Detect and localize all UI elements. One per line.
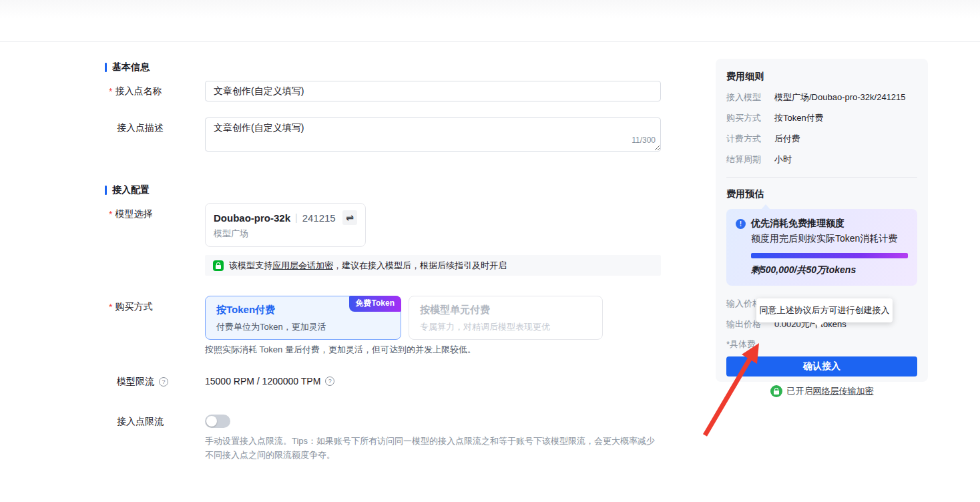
endpoint-rate-limit-label: 接入点限流: [117, 416, 164, 428]
model-rate-limit-value: 15000 RPM / 1200000 TPM ?: [205, 376, 334, 387]
required-asterisk: *: [109, 302, 112, 312]
detail-row: 结算周期 小时: [726, 154, 917, 166]
help-icon[interactable]: ?: [325, 376, 334, 386]
model-version: 241215: [302, 212, 336, 224]
detail-row: 购买方式 按Token付费: [726, 112, 917, 124]
option-title: 按模型单元付费: [420, 304, 591, 316]
endpoint-name-input[interactable]: [205, 81, 661, 101]
create-endpoint-page: 基本信息 * 接入点名称 接入点描述 文章创作(自定义填写) 11/300 接入…: [0, 0, 980, 502]
swap-model-button[interactable]: ⇌: [342, 210, 357, 225]
required-asterisk: *: [109, 209, 112, 220]
confirm-access-button[interactable]: 确认接入: [726, 356, 917, 376]
purchase-option-pay-per-token[interactable]: 免费Token 按Token付费 付费单位为Token，更加灵活: [205, 296, 401, 340]
session-encryption-link[interactable]: 应用层会话加密: [272, 260, 333, 270]
divider: [726, 177, 917, 178]
section-accent-bar: [105, 63, 107, 72]
option-desc: 付费单位为Token，更加灵活: [216, 321, 390, 333]
required-asterisk: *: [109, 86, 112, 97]
toggle-knob: [206, 416, 217, 427]
network-encryption-status: 已开启网络层传输加密: [726, 385, 917, 397]
detail-row: 接入模型 模型广场/Doubao-pro-32k/241215: [726, 91, 917, 103]
info-icon: !: [736, 219, 746, 229]
endpoint-desc-textarea[interactable]: 文章创作(自定义填写): [205, 117, 661, 152]
selected-model-card[interactable]: Doubao-pro-32k | 241215 ⇌ 模型广场: [205, 203, 366, 247]
price-row: *具体费: [726, 338, 917, 350]
endpoint-rate-limit-toggle[interactable]: [205, 415, 230, 428]
cost-summary-panel: 费用细则 接入模型 模型广场/Doubao-pro-32k/241215 购买方…: [716, 59, 928, 382]
agreement-tooltip: 同意上述协议后方可进行创建接入: [756, 298, 893, 322]
purchase-option-model-unit[interactable]: 按模型单元付费 专属算力，对精调后模型表现更优: [409, 296, 603, 340]
tooltip-text: 同意上述协议后方可进行创建接入: [760, 304, 890, 316]
endpoint-desc-label: 接入点描述: [117, 122, 164, 134]
lock-icon: [213, 260, 224, 271]
section-accent-bar: [105, 186, 107, 195]
model-select-label: * 模型选择: [109, 208, 152, 220]
cost-estimate-title: 费用预估: [726, 188, 917, 200]
help-icon[interactable]: ?: [159, 377, 168, 387]
model-separator: |: [295, 212, 298, 223]
purchase-method-label: * 购买方式: [109, 301, 152, 313]
endpoint-rate-limit-help: 手动设置接入点限流。Tips：如果账号下所有访问同一模型的接入点限流之和等于账号…: [205, 434, 658, 462]
section-title-text: 基本信息: [112, 61, 150, 73]
quota-progress-label: 剩500,000/共50万tokens: [751, 264, 908, 276]
swap-icon: ⇌: [346, 212, 354, 223]
cost-detail-title: 费用细则: [726, 71, 917, 83]
quota-subtitle: 额度用完后则按实际Token消耗计费: [751, 233, 897, 245]
free-quota-callout: ! 优先消耗免费推理额度 额度用完后则按实际Token消耗计费 剩500,000…: [726, 209, 917, 286]
notice-text: 该模型支持应用层会话加密，建议在接入模型后，根据后续指引及时开启: [229, 260, 507, 272]
section-title-access-config: 接入配置: [105, 184, 150, 196]
session-encryption-notice: 该模型支持应用层会话加密，建议在接入模型后，根据后续指引及时开启: [205, 255, 661, 276]
section-title-basic-info: 基本信息: [105, 61, 150, 73]
endpoint-name-label: * 接入点名称: [109, 85, 162, 97]
purchase-option-cards: 免费Token 按Token付费 付费单位为Token，更加灵活 按模型单元付费…: [205, 296, 603, 340]
detail-row: 计费方式 后付费: [726, 133, 917, 145]
model-rate-limit-label: 模型限流 ?: [117, 376, 168, 388]
char-counter: 11/300: [594, 136, 656, 145]
free-token-badge: 免费Token: [349, 296, 401, 312]
purchase-method-caption: 按照实际消耗 Token 量后付费，更加灵活，但可达到的并发上限较低。: [205, 344, 476, 356]
network-encryption-link[interactable]: 网络层传输加密: [813, 386, 874, 396]
option-desc: 专属算力，对精调后模型表现更优: [420, 321, 591, 333]
lock-icon: [770, 385, 782, 397]
section-title-text: 接入配置: [112, 184, 150, 196]
quota-title: 优先消耗免费推理额度: [751, 218, 897, 230]
model-source: 模型广场: [214, 228, 357, 240]
top-navigation-bar: [0, 0, 980, 42]
model-name: Doubao-pro-32k: [214, 212, 290, 224]
quota-progress-bar: [751, 253, 908, 258]
